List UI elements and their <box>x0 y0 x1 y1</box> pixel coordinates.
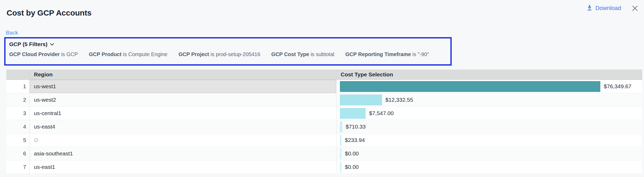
table-row[interactable]: 2 us-west2 $12,332.55 <box>6 93 642 107</box>
region-cell[interactable]: us-west2 <box>29 93 336 106</box>
region-cell-selected[interactable]: us-west1 <box>29 80 336 93</box>
page-title: Cost by GCP Accounts <box>7 8 92 17</box>
cost-bar <box>340 148 341 159</box>
cost-table: Region Cost Type Selection 1 us-west1 $7… <box>6 70 642 174</box>
cost-value: $0.00 <box>345 150 359 157</box>
cost-bar <box>340 162 341 173</box>
filter-summary-label: GCP (5 Filters) <box>9 41 47 47</box>
table-header: Region Cost Type Selection <box>6 70 642 80</box>
region-cell[interactable]: us-east1 <box>29 160 336 174</box>
cost-bar <box>340 81 600 92</box>
cost-bar <box>340 95 382 105</box>
cost-value: $7,547.00 <box>369 110 394 116</box>
null-value-symbol: ∅ <box>34 137 38 143</box>
cost-bar <box>340 121 342 132</box>
applied-filter-list: GCP Cloud Provider is GCP GCP Product is… <box>9 51 450 57</box>
cost-value: $233.94 <box>345 137 365 143</box>
cost-bar <box>340 108 366 119</box>
cost-cell: $76,349.67 <box>336 80 642 93</box>
cost-cell: $710.33 <box>336 120 642 133</box>
row-number: 7 <box>6 160 29 174</box>
cost-cell: $0.00 <box>336 160 642 174</box>
cost-cell: $233.94 <box>336 134 642 147</box>
filter-panel: GCP (5 Filters) GCP Cloud Provider is GC… <box>4 37 452 66</box>
region-cell[interactable]: us-central1 <box>29 107 336 120</box>
filter-chip-reporting-timeframe[interactable]: GCP Reporting Timeframe is "-90" <box>345 51 429 57</box>
region-cell[interactable]: us-east4 <box>29 120 336 133</box>
filter-chip-cost-type[interactable]: GCP Cost Type is subtotal <box>271 51 334 57</box>
row-number: 6 <box>6 147 29 160</box>
cost-type-selection-column-header[interactable]: Cost Type Selection <box>336 70 642 80</box>
header-actions: Download <box>587 5 638 12</box>
table-row[interactable]: 4 us-east4 $710.33 <box>6 120 642 134</box>
chevron-down-icon <box>50 43 54 46</box>
row-number: 3 <box>6 107 29 120</box>
cost-bar <box>340 135 341 146</box>
filter-chip-project[interactable]: GCP Project is prod-setup-205416 <box>178 51 260 57</box>
filter-chip-cloud-provider[interactable]: GCP Cloud Provider is GCP <box>9 51 78 57</box>
table-row[interactable]: 1 us-west1 $76,349.67 <box>6 80 642 93</box>
cost-value: $76,349.67 <box>604 83 631 90</box>
cost-cell: $7,547.00 <box>336 107 642 120</box>
row-number: 1 <box>6 80 29 93</box>
filter-summary-dropdown[interactable]: GCP (5 Filters) <box>9 41 54 47</box>
download-button[interactable]: Download <box>587 5 621 12</box>
cost-cell: $12,332.55 <box>336 93 642 106</box>
table-row[interactable]: 7 us-east1 $0.00 <box>6 160 642 174</box>
region-column-header[interactable]: Region <box>29 70 336 80</box>
region-cell[interactable]: asia-southeast1 <box>29 147 336 160</box>
table-row[interactable]: 5 ∅ $233.94 <box>6 134 642 147</box>
download-label: Download <box>595 5 621 12</box>
close-icon[interactable] <box>632 5 638 12</box>
cost-cell: $0.00 <box>336 147 642 160</box>
cost-value: $0.00 <box>345 164 359 170</box>
region-cell[interactable]: ∅ <box>29 134 336 147</box>
download-icon <box>587 5 592 11</box>
row-number: 4 <box>6 120 29 133</box>
cost-value: $710.33 <box>346 124 366 130</box>
table-row[interactable]: 6 asia-southeast1 $0.00 <box>6 147 642 160</box>
table-row[interactable]: 3 us-central1 $7,547.00 <box>6 107 642 120</box>
row-number: 2 <box>6 93 29 106</box>
back-link[interactable]: Back <box>6 30 18 36</box>
filter-chip-product[interactable]: GCP Product is Compute Engine <box>89 51 168 57</box>
row-number-column-header <box>6 70 29 80</box>
cost-value: $12,332.55 <box>385 97 413 103</box>
row-number: 5 <box>6 134 29 147</box>
